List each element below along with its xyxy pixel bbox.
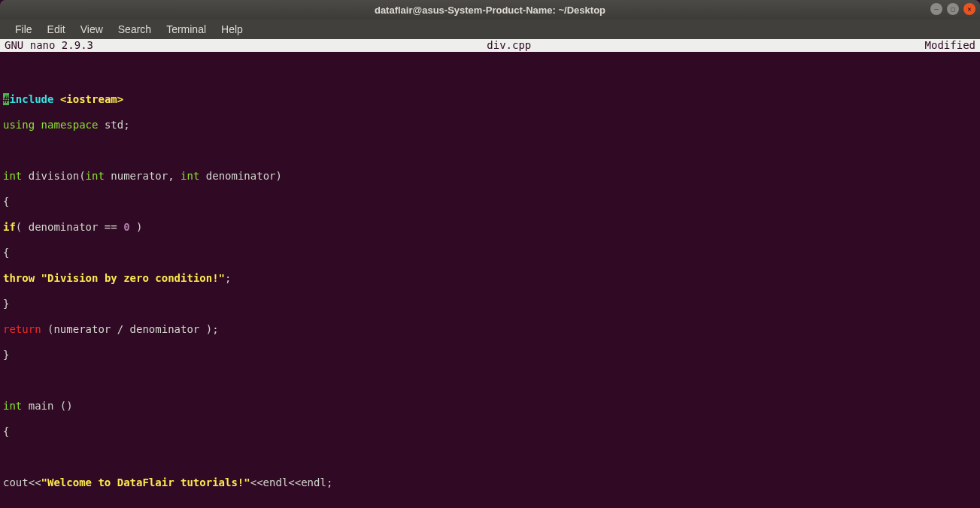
code-line: cout<<"Welcome to DataFlair tutorials!"<… <box>3 476 977 489</box>
menu-bar: File Edit View Search Terminal Help <box>0 20 980 39</box>
window-title: dataflair@asus-System-Product-Name: ~/De… <box>0 5 980 16</box>
nano-status-bar: GNU nano 2.9.3 div.cpp Modified <box>0 39 980 52</box>
editor-area[interactable]: #include <iostream> using namespace std;… <box>0 52 980 508</box>
code-line: } <box>3 349 977 361</box>
code-line: return (numerator / denominator ); <box>3 323 977 336</box>
code-line: { <box>3 195 977 208</box>
nano-version: GNU nano 2.9.3 <box>5 39 93 52</box>
close-icon[interactable]: ✕ <box>963 3 975 15</box>
maximize-icon[interactable]: ▢ <box>947 3 959 15</box>
menu-file[interactable]: File <box>8 21 40 38</box>
menu-search[interactable]: Search <box>111 21 159 38</box>
code-line: int main () <box>3 400 977 413</box>
minimize-icon[interactable]: – <box>930 3 942 15</box>
menu-terminal[interactable]: Terminal <box>159 21 214 38</box>
code-line: using namespace std; <box>3 119 977 132</box>
code-line: { <box>3 425 977 438</box>
code-line: if( denominator == 0 ) <box>3 221 977 234</box>
code-line: #include <iostream> <box>3 93 977 106</box>
code-line: int division(int numerator, int denomina… <box>3 170 977 183</box>
nano-filename: div.cpp <box>93 39 925 52</box>
code-line: throw "Division by zero condition!"; <box>3 272 977 285</box>
nano-modified: Modified <box>925 39 975 52</box>
menu-edit[interactable]: Edit <box>40 21 73 38</box>
window-titlebar: dataflair@asus-System-Product-Name: ~/De… <box>0 0 980 20</box>
menu-help[interactable]: Help <box>214 21 250 38</box>
menu-view[interactable]: View <box>73 21 111 38</box>
code-line: { <box>3 246 977 259</box>
window-controls: – ▢ ✕ <box>930 3 975 15</box>
code-line: } <box>3 298 977 310</box>
